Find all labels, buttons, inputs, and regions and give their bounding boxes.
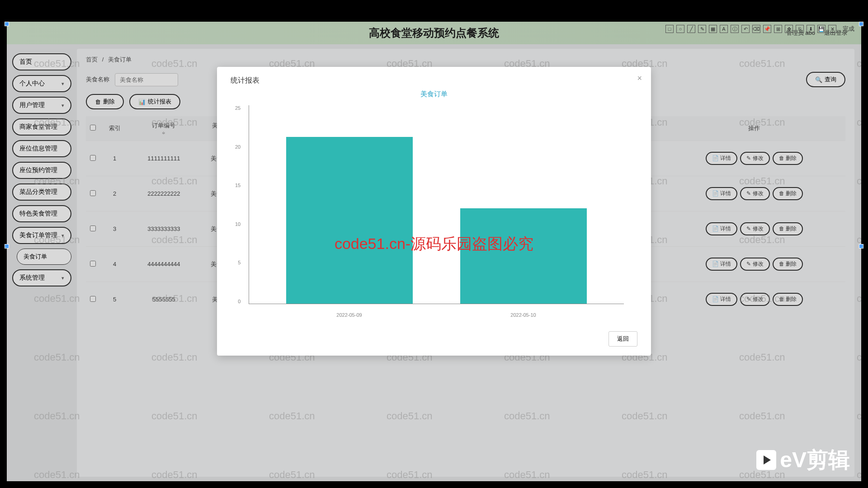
tool-copy-icon[interactable]: ⎘ [796, 25, 804, 33]
tool-download-icon[interactable]: ⬇ [807, 25, 815, 33]
y-tick: 25 [235, 105, 241, 111]
chart-title: 美食订单 [231, 90, 637, 99]
y-tick: 10 [235, 221, 241, 227]
tool-pin-icon[interactable]: 📌 [763, 25, 771, 33]
selection-handle[interactable] [859, 244, 863, 249]
play-icon [756, 450, 776, 470]
chart-bar[interactable] [460, 208, 587, 304]
tool-line-icon[interactable]: ╱ [687, 25, 695, 33]
y-tick: 15 [235, 183, 241, 188]
chart-area: 2520151050 2022-05-092022-05-10 [249, 105, 624, 322]
tool-done-button[interactable]: 完成 [843, 25, 854, 33]
chart-bar[interactable] [286, 137, 413, 304]
modal-overlay[interactable]: 统计报表 × 美食订单 2520151050 2022-05-092022-05… [7, 22, 861, 481]
tool-save-icon[interactable]: 💾 [817, 25, 826, 33]
tool-close-icon[interactable]: ✕ [828, 25, 836, 33]
modal-title: 统计报表 [231, 76, 637, 85]
chart-plot [249, 105, 624, 304]
annotation-toolbar: □ ○ ╱ ✎ ▦ A ⓘ ↶ ⌫ 📌 ⊞ ✥ ⎘ ⬇ 💾 ✕ 完成 [665, 25, 854, 33]
x-tick: 2022-05-10 [460, 312, 587, 318]
x-axis: 2022-05-092022-05-10 [249, 312, 624, 318]
selection-handle[interactable] [859, 22, 863, 26]
tool-mosaic-icon[interactable]: ▦ [709, 25, 717, 33]
tool-info-icon[interactable]: ⓘ [731, 25, 739, 33]
selection-handle[interactable] [5, 22, 9, 26]
tool-eraser-icon[interactable]: ⌫ [752, 25, 760, 33]
back-button[interactable]: 返回 [609, 331, 637, 347]
ev-logo: eV剪辑 [756, 446, 850, 474]
y-axis: 2520151050 [235, 105, 241, 304]
tool-move-icon[interactable]: ✥ [785, 25, 793, 33]
x-tick: 2022-05-09 [286, 312, 413, 318]
y-tick: 5 [238, 260, 241, 265]
tool-rect-icon[interactable]: □ [665, 25, 674, 33]
tool-pen-icon[interactable]: ✎ [698, 25, 706, 33]
tool-text-icon[interactable]: A [720, 25, 728, 33]
tool-undo-icon[interactable]: ↶ [741, 25, 750, 33]
tool-circle-icon[interactable]: ○ [676, 25, 684, 33]
app-viewport: 高校食堂移动预约点餐系统 管理员 abo 退出登录 首页 个人中心▾ 用户管理▾… [7, 22, 861, 481]
stats-modal: 统计报表 × 美食订单 2520151050 2022-05-092022-05… [217, 67, 651, 356]
y-tick: 0 [238, 299, 241, 304]
selection-handle[interactable] [5, 244, 9, 249]
modal-close-button[interactable]: × [637, 74, 642, 83]
tool-ocr-icon[interactable]: ⊞ [774, 25, 782, 33]
y-tick: 20 [235, 144, 241, 150]
